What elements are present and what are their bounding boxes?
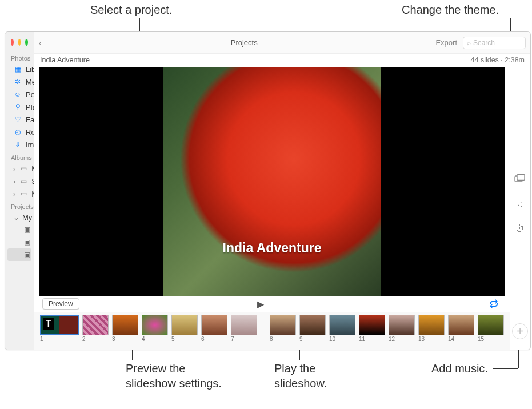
thumb-number: 6: [201, 336, 205, 342]
folder-icon: ▭: [19, 164, 28, 173]
play-button[interactable]: ▶: [257, 299, 264, 310]
thumb-image: [142, 315, 168, 335]
sidebar-item-recent[interactable]: ◴Recent: [5, 126, 34, 138]
thumb-13[interactable]: 13: [418, 315, 445, 342]
loop-button[interactable]: [488, 299, 499, 308]
sidebar-item-places[interactable]: ⚲Places: [5, 101, 34, 113]
thumb-3[interactable]: 3: [112, 315, 138, 342]
thumb-number: 9: [299, 336, 303, 342]
thumb-image: [448, 315, 474, 335]
project-name: India Adventure: [40, 56, 90, 64]
sidebar-item-label: Library: [26, 65, 34, 74]
callout-line: [493, 368, 518, 369]
thumb-image: [82, 315, 109, 335]
maximize-button[interactable]: [25, 39, 28, 46]
thumb-14[interactable]: 14: [448, 315, 474, 342]
playback-controls: Preview ▶: [34, 296, 510, 312]
preview-button[interactable]: Preview: [42, 298, 79, 310]
sidebar-item-my-projects[interactable]: ⌄My Projects: [5, 211, 34, 223]
grid-icon: ▦: [13, 65, 22, 74]
thumb-image: [40, 315, 79, 335]
right-rail: ♫ ⏱ +: [510, 66, 530, 350]
thumb-number: 2: [82, 336, 86, 342]
thumb-8[interactable]: 8: [270, 315, 296, 342]
sidebar-item-library[interactable]: ▦Library: [5, 63, 34, 75]
close-button[interactable]: [11, 39, 14, 46]
sidebar-project-lisbon[interactable]: ▣Visit to Lisbon: [5, 223, 34, 236]
thumb-10[interactable]: 10: [329, 315, 355, 342]
thumb-image: [299, 315, 326, 335]
callout-change-theme: Change the theme.: [402, 2, 499, 17]
thumb-number: 5: [171, 336, 175, 342]
folder-icon: ▭: [19, 177, 28, 186]
thumb-6[interactable]: 6: [201, 315, 227, 342]
thumb-image: [478, 315, 504, 335]
sidebar-item-shared-albums[interactable]: ›▭Shared Albums: [5, 175, 34, 187]
thumb-number: 7: [231, 336, 234, 342]
slideshow-icon: ▣: [22, 225, 31, 234]
slide-count: 44 slides · 2:38m: [471, 56, 525, 64]
thumb-number: 15: [478, 336, 484, 342]
slide-title-overlay: India Adventure: [163, 240, 381, 256]
callout-add-music: Add music.: [431, 361, 488, 376]
export-button[interactable]: Export: [435, 38, 457, 47]
thumb-2[interactable]: 2: [82, 315, 109, 342]
thumb-11[interactable]: 11: [359, 315, 385, 342]
slideshow-viewer: India Adventure: [39, 67, 505, 296]
sidebar-item-people[interactable]: ☺People: [5, 88, 34, 101]
thumb-number: 14: [448, 336, 454, 342]
sidebar-item-favourites[interactable]: ♡Favourites: [5, 113, 34, 126]
thumb-image: [359, 315, 385, 335]
thumb-number: 13: [418, 336, 425, 342]
sidebar-item-label: Shared Albums: [31, 177, 34, 186]
people-icon: ☺: [13, 90, 22, 99]
window-controls: [5, 35, 34, 51]
clock-icon: ◴: [13, 127, 22, 137]
page-title: Projects: [53, 38, 435, 47]
app-window: Photos ▦Library ✲Memories ☺People ⚲Place…: [5, 31, 531, 350]
sidebar-item-label: My Projects: [22, 213, 34, 222]
toolbar: ‹ Projects Export ⌕ Search: [34, 32, 530, 54]
sidebar-project-india[interactable]: ▣India Adventure: [7, 248, 31, 261]
thumb-image: [270, 315, 296, 335]
search-input[interactable]: ⌕ Search: [463, 37, 526, 49]
theme-button[interactable]: [514, 173, 526, 185]
sidebar-item-media-types[interactable]: ›▭Media Types: [5, 162, 34, 175]
sidebar-item-label: My Albums: [31, 190, 34, 198]
duration-button[interactable]: ⏱: [514, 223, 526, 235]
sidebar-item-label: People: [26, 90, 34, 99]
slide-image: India Adventure: [163, 67, 381, 296]
memories-icon: ✲: [13, 77, 22, 86]
thumb-4[interactable]: 4: [142, 315, 168, 342]
minimize-button[interactable]: [18, 39, 21, 46]
thumb-15[interactable]: 15: [478, 315, 504, 342]
thumb-12[interactable]: 12: [389, 315, 415, 342]
sidebar-project-morocco[interactable]: ▣Exploring Mor…: [5, 236, 34, 248]
sidebar-item-memories[interactable]: ✲Memories: [5, 75, 34, 88]
sidebar-item-label: Memories: [26, 78, 34, 86]
sidebar-item-my-albums[interactable]: ›▭My Albums: [5, 187, 34, 200]
callout-play-slideshow: Play the slideshow.: [274, 361, 327, 391]
thumb-5[interactable]: 5: [171, 315, 198, 342]
back-button[interactable]: ‹: [39, 38, 53, 47]
callout-preview-settings: Preview the slideshow settings.: [126, 361, 222, 391]
add-slide-button[interactable]: +: [512, 323, 528, 339]
sidebar-section-albums: Albums: [5, 151, 34, 162]
thumb-image: [389, 315, 415, 335]
chevron-right-icon: ›: [13, 190, 15, 198]
thumb-9[interactable]: 9: [299, 315, 326, 342]
callout-line: [139, 18, 140, 31]
thumb-image: [329, 315, 355, 335]
sidebar-item-label: Media Types: [31, 165, 34, 173]
main-area: ‹ Projects Export ⌕ Search India Adventu…: [34, 32, 530, 350]
thumb-1[interactable]: 1: [40, 315, 79, 342]
folder-icon: ▭: [19, 189, 28, 198]
sidebar-item-imports[interactable]: ⇩Imports: [5, 138, 34, 151]
project-meta: India Adventure 44 slides · 2:38m: [34, 54, 530, 66]
music-button[interactable]: ♫: [514, 198, 526, 210]
pin-icon: ⚲: [13, 102, 22, 111]
search-placeholder: Search: [473, 39, 495, 47]
thumb-7[interactable]: 7: [231, 315, 257, 342]
thumb-number: 1: [40, 336, 43, 342]
filmstrip[interactable]: 1 2 3 4 5 6 7 8 9 10 11 12 13 14 15: [34, 312, 510, 350]
